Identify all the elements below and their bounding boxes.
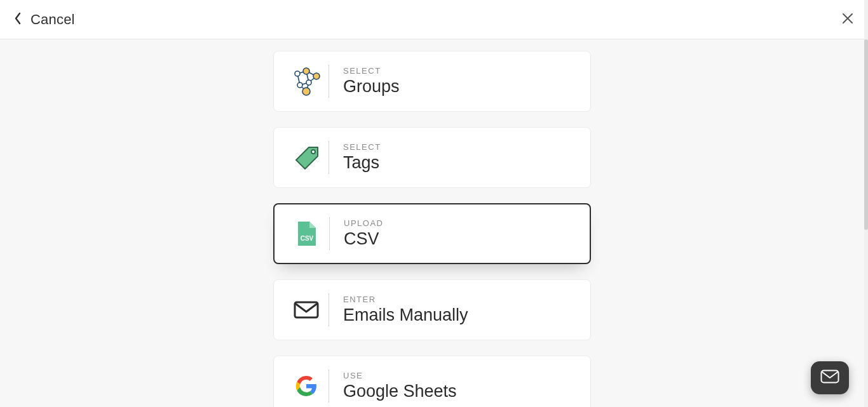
groups-network-icon	[289, 64, 323, 98]
option-title: CSV	[344, 229, 383, 249]
svg-text:CSV: CSV	[301, 235, 314, 242]
option-title: Groups	[343, 77, 400, 97]
tag-icon	[289, 140, 323, 175]
option-csv[interactable]: CSV UPLOAD CSV	[273, 203, 591, 264]
scrollbar-thumb[interactable]	[864, 39, 868, 230]
svg-point-12	[306, 80, 311, 85]
csv-file-icon: CSV	[290, 217, 324, 251]
svg-point-11	[297, 83, 302, 88]
option-labels: SELECT Groups	[343, 66, 400, 97]
option-title: Emails Manually	[343, 305, 468, 325]
svg-point-8	[295, 71, 300, 76]
option-groups[interactable]: SELECT Groups	[273, 51, 591, 112]
svg-rect-17	[822, 371, 839, 383]
topbar: Cancel	[0, 0, 868, 39]
option-google-sheets[interactable]: USE Google Sheets	[273, 356, 591, 407]
option-eyebrow: USE	[343, 371, 457, 380]
svg-rect-16	[295, 302, 318, 317]
support-chat-button[interactable]	[811, 361, 849, 394]
option-labels: SELECT Tags	[343, 142, 381, 173]
close-icon[interactable]	[841, 12, 854, 27]
svg-point-10	[313, 73, 320, 79]
cancel-button[interactable]: Cancel	[14, 11, 75, 28]
options-list: SELECT Groups SELECT Tags	[273, 51, 591, 407]
option-eyebrow: SELECT	[343, 142, 381, 152]
mail-icon	[289, 293, 323, 327]
option-eyebrow: SELECT	[343, 66, 400, 76]
option-labels: ENTER Emails Manually	[343, 295, 468, 325]
mail-outline-icon	[820, 370, 839, 386]
divider	[329, 217, 330, 250]
chevron-left-icon	[14, 12, 22, 27]
option-eyebrow: UPLOAD	[344, 218, 383, 228]
svg-point-13	[302, 88, 310, 95]
option-emails-manually[interactable]: ENTER Emails Manually	[273, 279, 591, 340]
svg-point-14	[311, 150, 315, 154]
option-labels: UPLOAD CSV	[344, 218, 383, 249]
cancel-label: Cancel	[31, 11, 75, 28]
option-tags[interactable]: SELECT Tags	[273, 127, 591, 188]
option-title: Tags	[343, 153, 381, 173]
options-scroll-area: SELECT Groups SELECT Tags	[0, 39, 864, 407]
option-eyebrow: ENTER	[343, 295, 468, 304]
svg-point-9	[303, 68, 309, 74]
divider	[329, 65, 329, 98]
divider	[329, 293, 329, 326]
divider	[329, 141, 329, 174]
option-title: Google Sheets	[343, 382, 457, 401]
google-logo-icon	[289, 369, 323, 403]
divider	[329, 370, 329, 403]
option-labels: USE Google Sheets	[343, 371, 457, 401]
